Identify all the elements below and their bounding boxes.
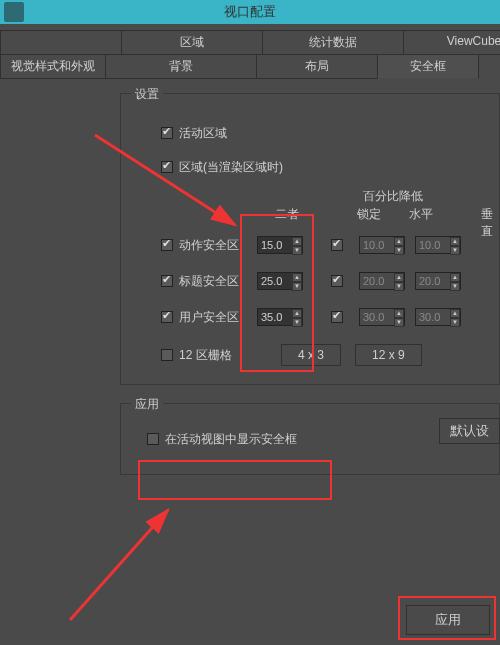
grid-4x3-button[interactable]: 4 x 3 bbox=[281, 344, 341, 366]
spin-down-icon[interactable]: ▼ bbox=[292, 318, 302, 327]
spin-up-icon[interactable]: ▲ bbox=[450, 309, 460, 318]
zone-render-label: 区域(当渲染区域时) bbox=[179, 159, 283, 176]
header-vert: 垂直 bbox=[481, 206, 493, 240]
header-horiz: 水平 bbox=[409, 206, 433, 223]
spin-up-icon[interactable]: ▲ bbox=[292, 237, 302, 246]
title-safe-label: 标题安全区 bbox=[179, 273, 239, 290]
title-safe-lock-checkbox[interactable] bbox=[331, 275, 343, 287]
window-title: 视口配置 bbox=[224, 3, 276, 21]
svg-line-1 bbox=[70, 510, 168, 620]
user-safe-label: 用户安全区 bbox=[179, 309, 239, 326]
tab-viewcube[interactable]: ViewCube bbox=[403, 30, 500, 55]
apply-button[interactable]: 应用 bbox=[406, 605, 490, 635]
title-safe-row: 标题安全区 ▲▼ ▲▼ ▲▼ bbox=[157, 272, 485, 290]
settings-group-title: 设置 bbox=[131, 86, 163, 103]
tab-spacer bbox=[0, 30, 122, 55]
tab-layout[interactable]: 布局 bbox=[256, 54, 378, 79]
app-icon bbox=[4, 2, 24, 22]
title-safe-checkbox[interactable] bbox=[161, 275, 173, 287]
default-settings-button[interactable]: 默认设 bbox=[439, 418, 500, 444]
titlebar: 视口配置 bbox=[0, 0, 500, 24]
tabs-container: 区域 统计数据 ViewCube 视觉样式和外观 背景 布局 安全框 bbox=[0, 30, 500, 79]
show-in-active-row: 在活动视图中显示安全框 bbox=[143, 430, 485, 448]
action-safe-label: 动作安全区 bbox=[179, 237, 239, 254]
grid-12x9-button[interactable]: 12 x 9 bbox=[355, 344, 422, 366]
show-in-active-label: 在活动视图中显示安全框 bbox=[165, 431, 297, 448]
user-safe-lock-checkbox[interactable] bbox=[331, 311, 343, 323]
spin-down-icon[interactable]: ▼ bbox=[450, 246, 460, 255]
action-safe-row: 动作安全区 ▲▼ ▲▼ ▲▼ bbox=[157, 236, 485, 254]
spin-up-icon[interactable]: ▲ bbox=[450, 237, 460, 246]
spin-down-icon[interactable]: ▼ bbox=[394, 282, 404, 291]
zone-render-row: 区域(当渲染区域时) bbox=[157, 158, 485, 176]
tab-safe-frame[interactable]: 安全框 bbox=[377, 54, 479, 79]
tab-row-1: 区域 统计数据 ViewCube bbox=[0, 30, 500, 55]
tab-region[interactable]: 区域 bbox=[121, 30, 263, 55]
user-safe-row: 用户安全区 ▲▼ ▲▼ ▲▼ bbox=[157, 308, 485, 326]
spin-up-icon[interactable]: ▲ bbox=[292, 309, 302, 318]
spin-up-icon[interactable]: ▲ bbox=[450, 273, 460, 282]
action-safe-lock-checkbox[interactable] bbox=[331, 239, 343, 251]
header-lock: 锁定 bbox=[357, 206, 381, 223]
tab-row-2: 视觉样式和外观 背景 布局 安全框 bbox=[0, 54, 500, 79]
header-pct-reduce: 百分比降低 bbox=[363, 188, 423, 205]
zone-render-checkbox[interactable] bbox=[161, 161, 173, 173]
spin-down-icon[interactable]: ▼ bbox=[450, 282, 460, 291]
header-both: 二者 bbox=[275, 206, 299, 223]
active-zone-row: 活动区域 bbox=[157, 124, 485, 142]
tab-stats[interactable]: 统计数据 bbox=[262, 30, 404, 55]
show-in-active-checkbox[interactable] bbox=[147, 433, 159, 445]
apply-group-title: 应用 bbox=[131, 396, 163, 413]
twelve-grid-label: 12 区栅格 bbox=[179, 347, 232, 364]
spin-down-icon[interactable]: ▼ bbox=[394, 246, 404, 255]
grid-row: 12 区栅格 4 x 3 12 x 9 bbox=[157, 344, 485, 366]
apply-group: 应用 在活动视图中显示安全框 默认设 bbox=[120, 403, 500, 475]
active-zone-checkbox[interactable] bbox=[161, 127, 173, 139]
twelve-grid-checkbox[interactable] bbox=[161, 349, 173, 361]
settings-group: 设置 活动区域 区域(当渲染区域时) 百分比降低 二者 锁定 水平 垂直 动作安… bbox=[120, 93, 500, 385]
spin-down-icon[interactable]: ▼ bbox=[450, 318, 460, 327]
spin-down-icon[interactable]: ▼ bbox=[394, 318, 404, 327]
spin-up-icon[interactable]: ▲ bbox=[394, 237, 404, 246]
action-safe-checkbox[interactable] bbox=[161, 239, 173, 251]
spin-up-icon[interactable]: ▲ bbox=[292, 273, 302, 282]
spin-down-icon[interactable]: ▼ bbox=[292, 246, 302, 255]
tab-background[interactable]: 背景 bbox=[105, 54, 257, 79]
spin-down-icon[interactable]: ▼ bbox=[292, 282, 302, 291]
spin-up-icon[interactable]: ▲ bbox=[394, 273, 404, 282]
spin-up-icon[interactable]: ▲ bbox=[394, 309, 404, 318]
user-safe-checkbox[interactable] bbox=[161, 311, 173, 323]
tab-visual-style[interactable]: 视觉样式和外观 bbox=[0, 54, 106, 79]
active-zone-label: 活动区域 bbox=[179, 125, 227, 142]
